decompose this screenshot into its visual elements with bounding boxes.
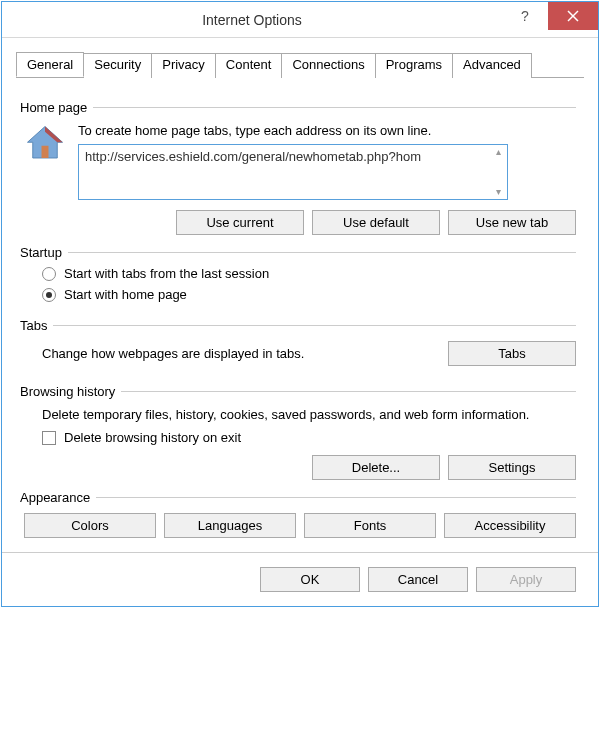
- close-icon: [567, 10, 579, 22]
- startup-opt1-label: Start with tabs from the last session: [64, 266, 269, 281]
- homepage-url-input[interactable]: http://services.eshield.com/general/newh…: [78, 144, 508, 200]
- tab-programs[interactable]: Programs: [375, 53, 453, 78]
- ok-button[interactable]: OK: [260, 567, 360, 592]
- use-current-button[interactable]: Use current: [176, 210, 304, 235]
- tab-strip: General Security Privacy Content Connect…: [16, 52, 584, 78]
- close-button[interactable]: [548, 2, 598, 30]
- startup-opt2-label: Start with home page: [64, 287, 187, 302]
- svg-rect-3: [42, 146, 49, 158]
- tabs-label: Tabs: [20, 318, 53, 333]
- appearance-section: Appearance Colors Languages Fonts Access…: [24, 490, 576, 538]
- startup-section: Startup Start with tabs from the last se…: [24, 245, 576, 308]
- tab-general[interactable]: General: [16, 52, 84, 77]
- homepage-desc: To create home page tabs, type each addr…: [78, 123, 576, 138]
- tabs-button[interactable]: Tabs: [448, 341, 576, 366]
- homepage-section: Home page To create home page tabs, type…: [24, 100, 576, 235]
- radio-icon: [42, 267, 56, 281]
- use-new-tab-button[interactable]: Use new tab: [448, 210, 576, 235]
- colors-button[interactable]: Colors: [24, 513, 156, 538]
- help-button[interactable]: ?: [502, 2, 548, 30]
- startup-label: Startup: [20, 245, 68, 260]
- homepage-url-text: http://services.eshield.com/general/newh…: [85, 149, 489, 164]
- apply-button[interactable]: Apply: [476, 567, 576, 592]
- use-default-button[interactable]: Use default: [312, 210, 440, 235]
- history-section: Browsing history Delete temporary files,…: [24, 384, 576, 480]
- tab-privacy[interactable]: Privacy: [151, 53, 216, 78]
- languages-button[interactable]: Languages: [164, 513, 296, 538]
- fonts-button[interactable]: Fonts: [304, 513, 436, 538]
- dialog-footer: OK Cancel Apply: [2, 552, 598, 606]
- history-label: Browsing history: [20, 384, 121, 399]
- startup-option-home-page[interactable]: Start with home page: [42, 287, 576, 302]
- radio-icon: [42, 288, 56, 302]
- settings-button[interactable]: Settings: [448, 455, 576, 480]
- history-desc: Delete temporary files, history, cookies…: [42, 407, 576, 422]
- tab-content[interactable]: Content: [215, 53, 283, 78]
- tabs-desc: Change how webpages are displayed in tab…: [42, 346, 436, 361]
- tab-connections[interactable]: Connections: [281, 53, 375, 78]
- tabs-section: Tabs Change how webpages are displayed i…: [24, 318, 576, 374]
- delete-button[interactable]: Delete...: [312, 455, 440, 480]
- titlebar-buttons: ?: [502, 2, 598, 37]
- appearance-label: Appearance: [20, 490, 96, 505]
- homepage-label: Home page: [20, 100, 93, 115]
- url-scrollbar[interactable]: ▴ ▾: [489, 145, 507, 199]
- delete-on-exit-checkbox[interactable]: Delete browsing history on exit: [42, 430, 576, 445]
- scroll-up-icon: ▴: [496, 147, 501, 157]
- accessibility-button[interactable]: Accessibility: [444, 513, 576, 538]
- tab-advanced[interactable]: Advanced: [452, 53, 532, 78]
- tab-security[interactable]: Security: [83, 53, 152, 78]
- cancel-button[interactable]: Cancel: [368, 567, 468, 592]
- startup-option-last-session[interactable]: Start with tabs from the last session: [42, 266, 576, 281]
- titlebar: Internet Options ?: [2, 2, 598, 38]
- dialog-window: Internet Options ? General Security Priv…: [1, 1, 599, 607]
- window-title: Internet Options: [2, 12, 502, 28]
- content-panel: Home page To create home page tabs, type…: [2, 78, 598, 552]
- checkbox-icon: [42, 431, 56, 445]
- home-icon: [24, 123, 66, 165]
- delete-on-exit-label: Delete browsing history on exit: [64, 430, 241, 445]
- scroll-down-icon: ▾: [496, 187, 501, 197]
